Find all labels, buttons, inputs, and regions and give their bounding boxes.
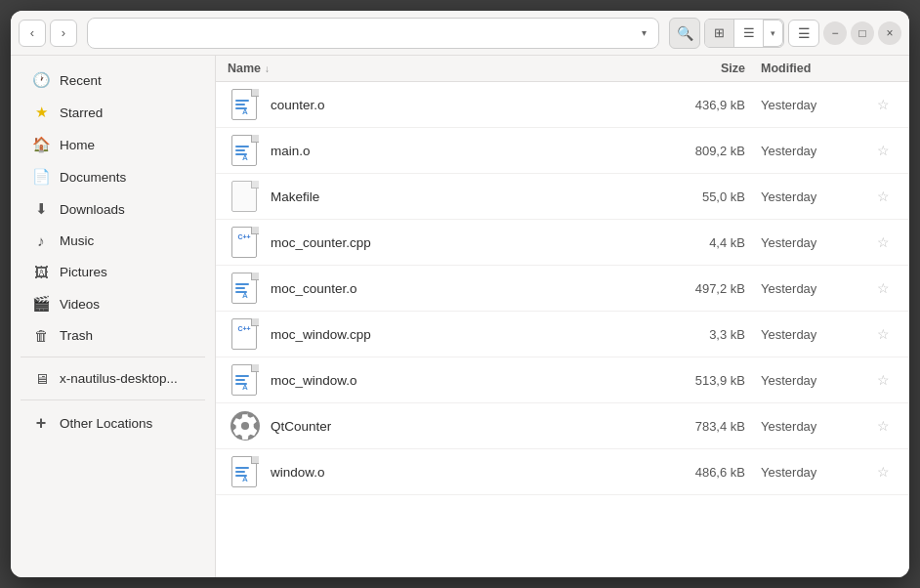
file-icon-window-o: A [228,454,263,489]
menu-button[interactable]: ☰ [788,20,819,47]
sidebar-label-pictures: Pictures [60,265,107,279]
table-row[interactable]: A moc_counter.o 497,2 kB Yesterday ☆ [216,266,909,312]
documents-icon: 📄 [32,168,50,186]
file-favorite[interactable]: ☆ [868,464,898,480]
sidebar-item-recent[interactable]: 🕐 Recent [17,64,209,96]
table-row[interactable]: A counter.o 436,9 kB Yesterday ☆ [216,82,909,128]
file-modified: Yesterday [761,98,868,112]
sidebar-item-other[interactable]: + Other Locations [17,406,209,441]
sidebar-item-videos[interactable]: 🎬 Videos [17,288,209,319]
file-modified: Yesterday [761,144,868,158]
filelist-header: Name ↓ Size Modified [216,56,909,82]
minimize-button[interactable]: − [823,21,847,45]
file-modified: Yesterday [761,189,868,204]
search-bar: ▾ [87,18,659,49]
sidebar-item-desktop[interactable]: 🖥 x-nautilus-desktop... [17,363,209,394]
file-favorite[interactable]: ☆ [868,418,898,434]
view-toggle-group: ⊞ ☰ ▾ [704,19,784,48]
sidebar-item-documents[interactable]: 📄 Documents [17,161,209,192]
column-name-label: Name [228,62,261,75]
file-modified: Yesterday [761,419,868,434]
recent-icon: 🕐 [32,71,50,89]
star-icon[interactable]: ☆ [877,189,890,204]
sidebar-label-other: Other Locations [60,416,152,431]
file-name: moc_window.o [271,373,663,388]
music-icon: ♪ [32,232,50,249]
star-icon[interactable]: ☆ [877,234,890,250]
column-name-header[interactable]: Name ↓ [228,62,663,75]
file-icon-counter: A [228,87,263,122]
sort-indicator: ↓ [265,63,270,74]
file-icon-qtcounter [228,408,263,443]
table-row[interactable]: A main.o 809,2 kB Yesterday ☆ [216,128,909,174]
close-button[interactable]: × [878,21,901,45]
back-button[interactable]: ‹ [19,20,46,47]
sidebar-label-trash: Trash [60,328,93,343]
file-size: 513,9 kB [663,373,761,388]
sidebar-item-starred[interactable]: ★ Starred [17,97,209,128]
file-icon-main: A [228,133,263,168]
file-icon-moc-window-cpp: C++ [228,316,263,352]
file-name: moc_counter.o [271,281,663,296]
pictures-icon: 🖼 [32,264,50,280]
file-name: moc_counter.cpp [271,235,663,250]
videos-icon: 🎬 [32,295,50,313]
file-favorite[interactable]: ☆ [868,189,898,204]
sidebar-label-downloads: Downloads [60,202,125,217]
sidebar-item-music[interactable]: ♪ Music [17,226,209,256]
other-locations-icon: + [32,413,50,434]
star-icon[interactable]: ☆ [877,372,890,388]
file-favorite[interactable]: ☆ [868,143,898,158]
view-chevron[interactable]: ▾ [764,20,783,47]
file-modified: Yesterday [761,373,868,388]
file-modified: Yesterday [761,235,868,250]
star-icon[interactable]: ☆ [877,418,890,434]
star-icon[interactable]: ☆ [877,280,890,296]
file-size: 4,4 kB [663,235,761,250]
sidebar-label-desktop: x-nautilus-desktop... [60,371,178,386]
file-modified: Yesterday [761,465,868,480]
file-icon-moc-counter-cpp: C++ [228,225,263,260]
table-row[interactable]: QtCounter 783,4 kB Yesterday ☆ [216,403,909,449]
file-size: 3,3 kB [663,327,761,342]
column-modified-header: Modified [761,62,868,75]
file-favorite[interactable]: ☆ [868,234,898,250]
search-button[interactable]: 🔍 [669,18,700,49]
sidebar-divider-2 [21,399,205,400]
star-icon[interactable]: ☆ [877,143,890,158]
downloads-icon: ⬇ [32,200,50,218]
file-name: window.o [271,465,663,480]
grid-view-button[interactable]: ⊞ [705,20,734,47]
table-row[interactable]: Makefile 55,0 kB Yesterday ☆ [216,174,909,220]
forward-button[interactable]: › [50,20,77,47]
table-row[interactable]: A moc_window.o 513,9 kB Yesterday ☆ [216,357,909,403]
file-favorite[interactable]: ☆ [868,280,898,296]
star-icon[interactable]: ☆ [877,326,890,342]
sidebar-label-music: Music [60,233,94,248]
file-icon-moc-window-o: A [228,362,263,398]
titlebar: ‹ › ▾ 🔍 ⊞ ☰ ▾ ☰ − □ × [11,11,909,56]
sidebar-item-pictures[interactable]: 🖼 Pictures [17,257,209,287]
content-area: 🕐 Recent ★ Starred 🏠 Home 📄 Documents ⬇ … [11,56,909,577]
table-row[interactable]: C++ moc_window.cpp 3,3 kB Yesterday ☆ [216,312,909,357]
sidebar-label-documents: Documents [60,170,126,185]
file-favorite[interactable]: ☆ [868,97,898,112]
table-row[interactable]: A window.o 486,6 kB Yesterday ☆ [216,449,909,495]
file-size: 497,2 kB [663,281,761,296]
file-favorite[interactable]: ☆ [868,326,898,342]
search-dropdown-arrow[interactable]: ▾ [638,25,650,40]
search-input[interactable] [96,25,638,40]
file-favorite[interactable]: ☆ [868,372,898,388]
file-size: 783,4 kB [663,419,761,434]
star-icon[interactable]: ☆ [877,464,890,480]
table-row[interactable]: C++ moc_counter.cpp 4,4 kB Yesterday ☆ [216,220,909,266]
list-view-button[interactable]: ☰ [734,20,764,47]
sidebar-item-home[interactable]: 🏠 Home [17,129,209,160]
maximize-button[interactable]: □ [851,21,874,45]
sidebar-item-trash[interactable]: 🗑 Trash [17,320,209,351]
file-name: Makefile [271,189,663,204]
star-icon[interactable]: ☆ [877,97,890,112]
sidebar-item-downloads[interactable]: ⬇ Downloads [17,193,209,225]
sidebar-label-recent: Recent [60,73,102,88]
sidebar-label-videos: Videos [60,297,100,312]
